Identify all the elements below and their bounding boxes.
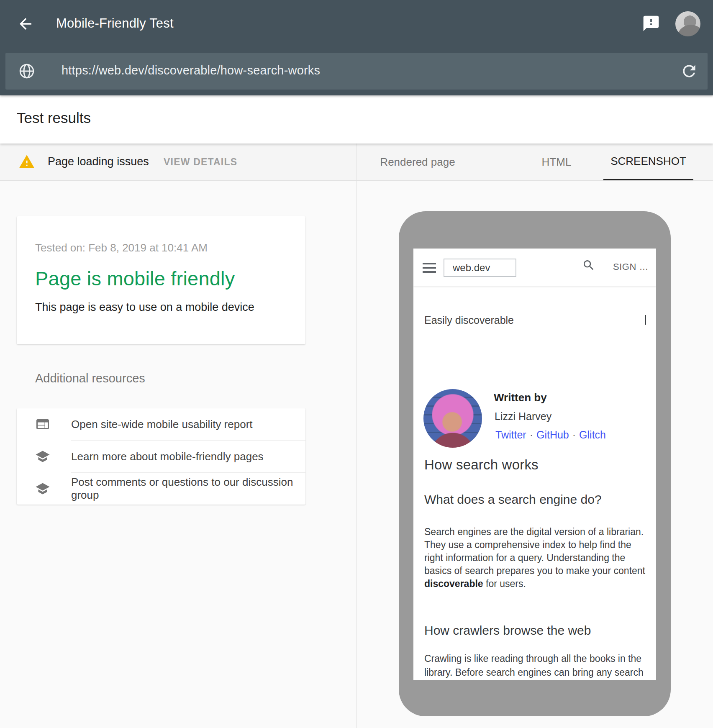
user-avatar[interactable] <box>675 11 700 36</box>
link-glitch: Glitch <box>579 429 606 441</box>
screenshot-url-box: web.dev <box>444 259 516 277</box>
link-twitter: Twitter <box>495 429 526 441</box>
web-icon <box>35 417 50 432</box>
resource-item-discussion-group[interactable]: Post comments or questions to our discus… <box>17 473 305 505</box>
menu-icon <box>423 263 436 273</box>
refresh-button[interactable] <box>680 62 698 80</box>
app-title: Mobile-Friendly Test <box>56 16 174 31</box>
clipped-icon <box>645 315 646 325</box>
school-icon <box>35 481 50 496</box>
tab-rendered-page[interactable]: Rendered page <box>376 144 459 180</box>
warning-label: Page loading issues <box>48 155 149 168</box>
results-band: Test results <box>0 95 713 144</box>
url-text: https://web.dev/discoverable/how-search-… <box>62 64 320 77</box>
article-section-heading: What does a search engine do? <box>424 492 602 507</box>
mobile-friendly-test-app: Mobile-Friendly Test https://web.dev/dis… <box>0 0 713 728</box>
page-title: Test results <box>17 110 91 126</box>
author-avatar <box>423 389 482 448</box>
screenshot-image: web.dev SIGN … Easily discoverable Writt… <box>413 249 656 680</box>
article-title: How search works <box>424 457 539 473</box>
resource-label: Open site-wide mobile usability report <box>71 418 253 431</box>
byline-label: Written by <box>494 391 547 404</box>
feedback-icon <box>642 28 660 34</box>
article-paragraph: Search engines are the digital version o… <box>424 525 649 590</box>
globe-icon <box>18 62 36 80</box>
phone-mockup: web.dev SIGN … Easily discoverable Writt… <box>399 211 671 716</box>
result-card: Tested on: Feb 8, 2019 at 10:41 AM Page … <box>17 216 305 344</box>
warning-icon <box>18 154 35 170</box>
search-icon <box>582 259 595 272</box>
byline-links: Twitter·GitHub·Glitch <box>495 429 606 441</box>
screenshot-signin-label: SIGN … <box>613 261 649 272</box>
back-arrow-icon <box>17 28 34 34</box>
verdict-text: Page is mobile friendly <box>35 267 287 290</box>
link-separator: · <box>526 429 536 441</box>
view-details-button[interactable]: VIEW DETAILS <box>164 156 237 168</box>
refresh-icon <box>680 75 698 82</box>
resource-item-learn-more[interactable]: Learn more about mobile-friendly pages <box>17 441 305 472</box>
back-button[interactable] <box>17 15 34 33</box>
tab-html[interactable]: HTML <box>529 144 584 180</box>
resources-card: Open site-wide mobile usability report L… <box>17 408 305 505</box>
resource-label: Post comments or questions to our discus… <box>71 476 305 502</box>
link-separator: · <box>569 429 579 441</box>
url-bar: https://web.dev/discoverable/how-search-… <box>0 48 713 95</box>
tab-screenshot[interactable]: SCREENSHOT <box>603 144 693 180</box>
byline-author: Lizzi Harvey <box>495 410 551 423</box>
screenshot-url-text: web.dev <box>453 262 490 274</box>
feedback-button[interactable] <box>642 14 660 33</box>
link-github: GitHub <box>536 429 569 441</box>
resource-item-usability-report[interactable]: Open site-wide mobile usability report <box>17 408 305 440</box>
url-input[interactable]: https://web.dev/discoverable/how-search-… <box>5 53 708 90</box>
screenshot-page-title: Easily discoverable <box>424 314 514 326</box>
app-bar: Mobile-Friendly Test <box>0 0 713 48</box>
screenshot-browser-header: web.dev SIGN … <box>413 249 656 286</box>
article-section-heading-2: How crawlers browse the web <box>424 623 591 638</box>
school-icon <box>35 449 50 464</box>
resource-label: Learn more about mobile-friendly pages <box>71 450 264 463</box>
panel-divider <box>356 144 357 728</box>
additional-resources-heading: Additional resources <box>35 372 145 385</box>
article-paragraph-2: Crawling is like reading through all the… <box>424 652 649 679</box>
tested-on-timestamp: Tested on: Feb 8, 2019 at 10:41 AM <box>35 241 287 254</box>
verdict-detail: This page is easy to use on a mobile dev… <box>35 301 287 314</box>
